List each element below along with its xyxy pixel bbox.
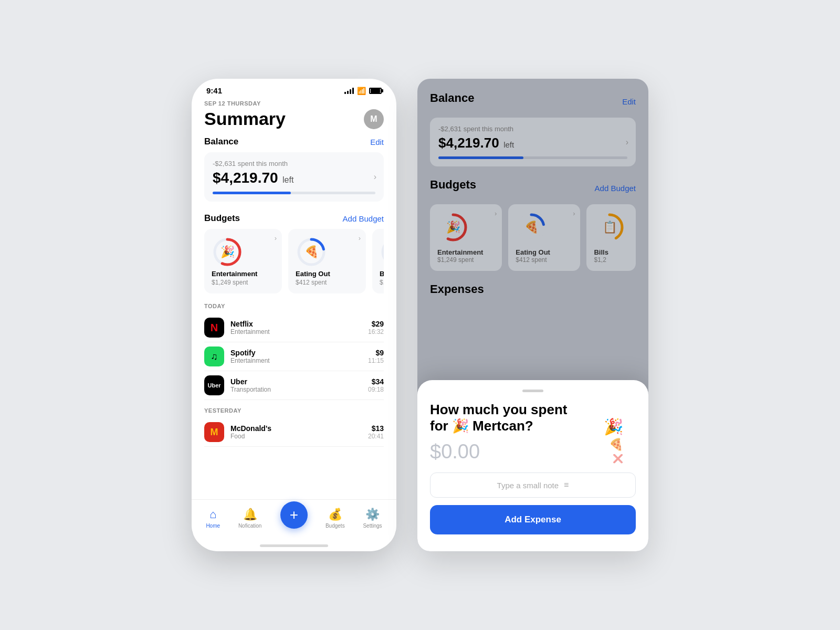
expense-cat-netflix: Entertainment xyxy=(230,328,270,335)
tab-settings-label: Settings xyxy=(363,523,382,529)
netflix-icon: N xyxy=(204,318,224,338)
budgets-icon: 💰 xyxy=(328,508,342,521)
modal-emoji-close: ❌ xyxy=(613,454,623,464)
budgets-section-header: Budgets Add Budget xyxy=(204,213,384,224)
expense-name-uber: Uber xyxy=(230,377,271,386)
expense-amount-uber: $34 xyxy=(368,377,384,386)
expense-time-uber: 09:18 xyxy=(368,386,384,393)
status-time: 9:41 xyxy=(206,86,222,95)
wifi-icon: 📶 xyxy=(357,87,366,95)
tab-budgets[interactable]: 💰 Budgets xyxy=(326,508,345,529)
budget-chevron-icon-2: › xyxy=(359,234,361,242)
balance-section-header: Balance Edit xyxy=(204,136,384,147)
mcdonalds-icon: M xyxy=(204,422,224,442)
status-icons: 📶 xyxy=(344,87,382,95)
tab-home[interactable]: ⌂ Home xyxy=(206,508,220,529)
uber-icon: Uber xyxy=(204,375,224,395)
expense-item-mcdonalds[interactable]: M McDonald's Food $13 20:41 xyxy=(204,418,384,447)
home-indicator-container xyxy=(192,541,396,551)
budget-circle-eating-out: 🍕 xyxy=(296,236,327,268)
budget-name-entertainment: Entertainment xyxy=(212,270,275,278)
svg-text:🍕: 🍕 xyxy=(304,245,319,259)
budget-spent-entertainment: $1,249 spent xyxy=(212,279,275,286)
modal-note-placeholder: Type a small note xyxy=(497,481,559,490)
phone-header: SEP 12 THURSDAY Summary M xyxy=(204,95,384,136)
balance-amount: $4,219.70 xyxy=(213,170,278,186)
phone-content: SEP 12 THURSDAY Summary M Balance Edit -… xyxy=(192,95,396,499)
balance-card[interactable]: -$2,631 spent this month $4,219.70 left … xyxy=(204,152,384,202)
add-expense-fab[interactable]: + xyxy=(280,501,308,529)
notification-icon: 🔔 xyxy=(243,508,257,521)
balance-bar-fill xyxy=(213,192,291,194)
modal-title-line2: for 🎉 Mertcan? xyxy=(430,418,533,434)
budget-spent-bills: $1,2... xyxy=(380,279,384,286)
balance-suffix: left xyxy=(282,175,293,184)
modal-note-input[interactable]: Type a small note ≡ xyxy=(430,472,636,498)
budget-circle-bills: 📋 xyxy=(380,236,384,268)
phone-screen: 9:41 📶 SEP 12 THURSDAY Summary xyxy=(192,79,396,551)
budgets-scroll: › 🎉 Entertainment $1,249 spent › xyxy=(204,229,384,293)
balance-chevron-icon: › xyxy=(374,172,376,182)
tab-notification[interactable]: 🔔 Nofication xyxy=(238,508,261,529)
tab-home-label: Home xyxy=(206,523,220,529)
tab-budgets-label: Budgets xyxy=(326,523,345,529)
home-indicator xyxy=(260,544,328,547)
add-budget-button[interactable]: Add Budget xyxy=(343,214,384,223)
budget-card-eating-out[interactable]: › 🍕 Eating Out $412 spent xyxy=(288,229,366,293)
svg-point-6 xyxy=(383,239,384,265)
yesterday-label: YESTERDAY xyxy=(204,407,384,414)
add-expense-button[interactable]: Add Expense xyxy=(430,505,636,534)
signal-icon xyxy=(344,88,354,94)
spotify-icon: ♫ xyxy=(204,346,224,366)
budget-card-entertainment[interactable]: › 🎉 Entertainment $1,249 spent xyxy=(204,229,282,293)
modal-overlay: How much you spent for 🎉 Mertcan? 🎉 🍕 ❌ … xyxy=(417,79,648,551)
home-icon: ⌂ xyxy=(209,508,216,521)
expense-item-spotify[interactable]: ♫ Spotify Entertainment $9 11:15 xyxy=(204,342,384,371)
balance-bar xyxy=(213,192,375,194)
expense-amount-netflix: $29 xyxy=(368,320,384,328)
page-title: Summary xyxy=(204,109,286,129)
expense-name-netflix: Netflix xyxy=(230,320,270,328)
date-label: SEP 12 THURSDAY xyxy=(204,100,384,107)
modal-title-line1: How much you spent xyxy=(430,402,567,417)
expense-time-netflix: 16:32 xyxy=(368,328,384,335)
modal-note-icon: ≡ xyxy=(564,480,569,490)
today-label: TODAY xyxy=(204,303,384,309)
right-panel: Balance Edit -$2,631 spent this month $4… xyxy=(417,79,648,551)
expense-name-spotify: Spotify xyxy=(230,349,270,357)
modal-emoji-main: 🎉 xyxy=(604,417,623,436)
expense-item-uber[interactable]: Uber Uber Transportation $34 09:18 xyxy=(204,371,384,400)
expense-amount-mcdonalds: $13 xyxy=(368,424,384,433)
bottom-tab-bar: ⌂ Home 🔔 Nofication 💰 Budgets ⚙️ Setting… xyxy=(192,499,396,541)
budget-name-bills: Bills xyxy=(380,270,384,278)
budgets-section-title: Budgets xyxy=(204,213,240,224)
status-bar: 9:41 📶 xyxy=(192,79,396,95)
svg-text:🎉: 🎉 xyxy=(220,245,235,259)
fab-plus-icon: + xyxy=(290,507,298,523)
balance-section-title: Balance xyxy=(204,136,238,147)
budget-name-eating-out: Eating Out xyxy=(296,270,359,278)
modal-emoji-stack: 🎉 🍕 ❌ xyxy=(604,417,623,464)
tab-settings[interactable]: ⚙️ Settings xyxy=(363,508,382,529)
settings-icon: ⚙️ xyxy=(365,508,380,521)
expense-name-mcdonalds: McDonald's xyxy=(230,424,271,433)
battery-icon xyxy=(369,88,382,94)
budget-spent-eating-out: $412 spent xyxy=(296,279,359,286)
modal-handle xyxy=(522,390,543,392)
avatar[interactable]: M xyxy=(364,109,384,129)
expense-item-netflix[interactable]: N Netflix Entertainment $29 16:32 xyxy=(204,313,384,342)
expense-cat-mcdonalds: Food xyxy=(230,433,271,440)
expense-time-mcdonalds: 20:41 xyxy=(368,433,384,440)
budget-chevron-icon: › xyxy=(275,234,277,242)
add-expense-modal: How much you spent for 🎉 Mertcan? 🎉 🍕 ❌ … xyxy=(417,380,648,551)
expense-time-spotify: 11:15 xyxy=(368,357,384,364)
expense-cat-uber: Transportation xyxy=(230,386,271,393)
tab-notification-label: Nofication xyxy=(238,523,261,529)
expense-cat-spotify: Entertainment xyxy=(230,357,270,364)
budget-circle-entertainment: 🎉 xyxy=(212,236,243,268)
balance-edit-button[interactable]: Edit xyxy=(370,138,384,146)
balance-spent-label: -$2,631 spent this month xyxy=(213,160,375,167)
expense-amount-spotify: $9 xyxy=(368,349,384,357)
budget-card-bills[interactable]: 📋 Bills $1,2... xyxy=(372,229,384,293)
modal-emoji-pizza: 🍕 xyxy=(609,438,623,452)
